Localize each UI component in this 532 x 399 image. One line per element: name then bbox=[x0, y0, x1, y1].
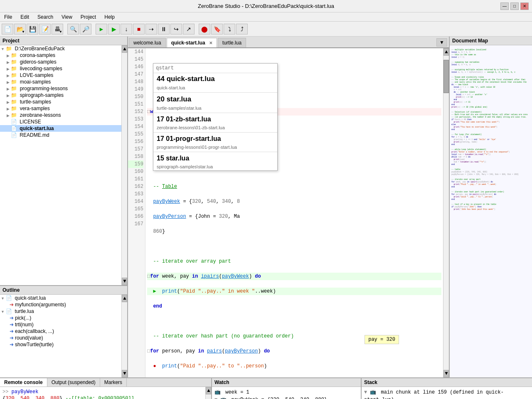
outline-trtl[interactable]: ➜ trtl(num) bbox=[0, 321, 121, 328]
tree-item-corona[interactable]: ▶ 📁 corona-samples bbox=[0, 52, 121, 59]
stack-item-main[interactable]: ▼ 📺 main chunk at line 159 (defined in q… bbox=[364, 389, 530, 399]
watch-header: Watch bbox=[212, 378, 361, 387]
minimize-button[interactable]: — bbox=[500, 2, 509, 10]
resume-button[interactable]: ↪ bbox=[170, 24, 182, 34]
tree-item-root[interactable]: ▼ 📁 D:\ZeroBraneEduPack bbox=[0, 45, 121, 52]
maximize-button[interactable]: □ bbox=[510, 2, 519, 10]
outline-header: Outline bbox=[0, 286, 127, 295]
stepinto-button[interactable]: ↓ bbox=[121, 24, 132, 34]
project-header: Project bbox=[0, 37, 127, 45]
editor-area[interactable]: 144 145 146 147 148 149 150 151 152 153 … bbox=[128, 48, 449, 377]
tree-item-livecoding[interactable]: ▶ 📁 livecoding-samples bbox=[0, 65, 121, 72]
menu-edit[interactable]: Edit bbox=[18, 13, 32, 21]
bookmark-button[interactable]: 🔖 bbox=[211, 24, 223, 34]
save-button[interactable]: 💾 bbox=[27, 24, 38, 34]
tree-item-love[interactable]: ▶ 📁 LOVE-samples bbox=[0, 72, 121, 79]
runto-button[interactable]: ▶ bbox=[108, 24, 120, 34]
outline-quickstart[interactable]: ▼ 📄 quick-start.lua bbox=[0, 295, 121, 301]
console-scrollbar[interactable]: ▲ ▼ bbox=[205, 387, 211, 399]
tree-item-quickstart[interactable]: 📄 quick-start.lua bbox=[0, 125, 121, 132]
autocomplete-sub-3: programming-lessons\01-progr-start.lua bbox=[153, 144, 277, 151]
outline-tree: ▼ 📄 quick-start.lua ➔ myfunction(argumen… bbox=[0, 295, 121, 377]
autocomplete-sub-1: turtle-samples\star.lua bbox=[153, 105, 277, 112]
tree-item-license[interactable]: 📄 LICENSE bbox=[0, 118, 121, 125]
project-scrollbar[interactable]: ▲ ▼ bbox=[121, 45, 127, 285]
menu-file[interactable]: File bbox=[2, 13, 15, 21]
line-numbers: 144 145 146 147 148 149 150 151 152 153 … bbox=[128, 48, 145, 377]
breakpoint-button[interactable]: ⬤ bbox=[199, 24, 210, 34]
console-content[interactable]: >> payByWeek {320, 540, 340, 880} --[[ta… bbox=[0, 387, 205, 399]
editor-scrollbar[interactable]: ▲ ▼ bbox=[443, 48, 449, 377]
tree-item-gideros[interactable]: ▶ 📁 gideros-samples bbox=[0, 59, 121, 65]
tree-item-zerobrane[interactable]: ▶ 📁 zerobrane-lessons bbox=[0, 112, 121, 118]
watch-content: 📺 week = 1 ▼ 📺 payByWeek = {320, 540, 34… bbox=[212, 387, 361, 399]
tree-item-vera[interactable]: ▶ 📁 vera-samples bbox=[0, 105, 121, 112]
nextbookmark-button[interactable]: ⤵ bbox=[224, 24, 235, 34]
autocomplete-item-3[interactable]: 17 01-progr-start.lua bbox=[153, 133, 277, 144]
tab-output[interactable]: Output (suspended) bbox=[47, 378, 100, 387]
docmap-content: -- multiple variables localized local a,… bbox=[450, 45, 532, 377]
new-button[interactable]: 📄 bbox=[2, 24, 13, 34]
console-tabs: Remote console Output (suspended) Marker… bbox=[0, 378, 211, 387]
tree-item-spirograph[interactable]: ▶ 📁 spirograph-samples bbox=[0, 92, 121, 99]
console-line-1: >> payByWeek bbox=[2, 389, 203, 395]
outline-pick[interactable]: ➜ pick(...) bbox=[0, 315, 121, 321]
tab-quickstart[interactable]: quick-start.lua ✕ bbox=[167, 38, 217, 47]
open-button[interactable]: 📂▼ bbox=[14, 24, 26, 34]
menu-help[interactable]: Help bbox=[102, 13, 117, 21]
print-button[interactable]: 🖶▼ bbox=[52, 24, 63, 34]
find-button[interactable]: 🔍 bbox=[67, 24, 79, 34]
watch-item-week[interactable]: 📺 week = 1 bbox=[214, 389, 358, 396]
autocomplete-item-0[interactable]: 44 quick-start.lua bbox=[153, 73, 277, 85]
saveas-button[interactable]: 📝 bbox=[39, 24, 51, 34]
outline-showturtle[interactable]: ➜ showTurtle(turtle) bbox=[0, 341, 121, 348]
outline-myfunction[interactable]: ➔ myfunction(arguments) bbox=[0, 301, 121, 308]
stack-header: Stack bbox=[362, 378, 532, 387]
autocomplete-dropdown: qstart 44 quick-start.lua quick-start.lu… bbox=[153, 63, 278, 171]
autocomplete-input[interactable]: qstart bbox=[153, 64, 277, 73]
prevbookmark-button[interactable]: ⤴ bbox=[236, 24, 248, 34]
tabs-bar: welcome.lua quick-start.lua ✕ turtle.lua… bbox=[128, 37, 449, 48]
tab-markers[interactable]: Markers bbox=[100, 378, 127, 387]
tab-welcome[interactable]: welcome.lua bbox=[129, 38, 166, 47]
tab-turtle[interactable]: turtle.lua bbox=[218, 38, 246, 47]
stepout-button[interactable]: ↗ bbox=[183, 24, 195, 34]
menu-project[interactable]: Project bbox=[78, 13, 99, 21]
tooltip: pay = 320 bbox=[365, 335, 399, 344]
tree-item-turtle[interactable]: ▶ 📁 turtle-samples bbox=[0, 99, 121, 105]
autocomplete-sub-0: quick-start.lua bbox=[153, 85, 277, 91]
tree-item-moai[interactable]: ▶ 📁 moai-samples bbox=[0, 79, 121, 85]
tree-item-readme[interactable]: 📄 README.md bbox=[0, 132, 121, 138]
toolbar: 📄 📂▼ 💾 📝 🖶▼ 🔍 🔎 ► ▶ ↓ ■ ⇢ ⏸ ↪ ↗ ⬤ 🔖 ⤵ ⤴ bbox=[0, 22, 532, 37]
menubar: File Edit Search View Project Help bbox=[0, 12, 532, 22]
run-button[interactable]: ► bbox=[96, 24, 107, 34]
stop-button[interactable]: ■ bbox=[133, 24, 145, 34]
autocomplete-item-2[interactable]: 17 01-zb-start.lua bbox=[153, 114, 277, 125]
outline-each[interactable]: ➜ each(callback, ...) bbox=[0, 328, 121, 335]
autocomplete-sub-4: spirograph-samples\star.lua bbox=[153, 164, 277, 170]
outline-round[interactable]: ➜ round(value) bbox=[0, 335, 121, 341]
outline-scrollbar[interactable]: ▲ ▼ bbox=[121, 295, 127, 377]
console-line-2: {320, 540, 340, 880} --[[table: 0x000300… bbox=[2, 395, 203, 399]
watch-item-paybyweek-expand[interactable]: ▼ 📺 payByWeek = {320, 540, 340, 880} bbox=[214, 396, 358, 399]
docmap-header: Document Map bbox=[450, 37, 532, 45]
tab-remote-console[interactable]: Remote console bbox=[0, 378, 47, 387]
project-tree: ▼ 📁 D:\ZeroBraneEduPack ▶ 📁 corona-sampl… bbox=[0, 45, 121, 285]
autocomplete-sub-2: zerobrane-lessons\01-zb-start.lua bbox=[153, 125, 277, 131]
titlebar: ZeroBrane Studio - D:\ZeroBraneEduPack\q… bbox=[0, 0, 532, 12]
autocomplete-item-1[interactable]: 20 star.lua bbox=[153, 94, 277, 105]
outline-turtle[interactable]: ▼ 📄 turtle.lua bbox=[0, 308, 121, 315]
menu-view[interactable]: View bbox=[59, 13, 75, 21]
stepover-button[interactable]: ⇢ bbox=[145, 24, 157, 34]
title-text: ZeroBrane Studio - D:\ZeroBraneEduPack\q… bbox=[198, 3, 334, 9]
tree-item-programming[interactable]: ▶ 📁 programming-lessons bbox=[0, 85, 121, 92]
tabs-dropdown[interactable]: ▼ bbox=[436, 38, 447, 47]
findreplace-button[interactable]: 🔎 bbox=[80, 24, 91, 34]
autocomplete-item-4[interactable]: 15 star.lua bbox=[153, 153, 277, 164]
menu-search[interactable]: Search bbox=[35, 13, 56, 21]
close-button[interactable]: ✕ bbox=[520, 2, 529, 10]
stack-content: ▼ 📺 main chunk at line 159 (defined in q… bbox=[362, 387, 532, 399]
pause-button[interactable]: ⏸ bbox=[158, 24, 170, 34]
tab-close-quickstart[interactable]: ✕ bbox=[209, 41, 212, 45]
